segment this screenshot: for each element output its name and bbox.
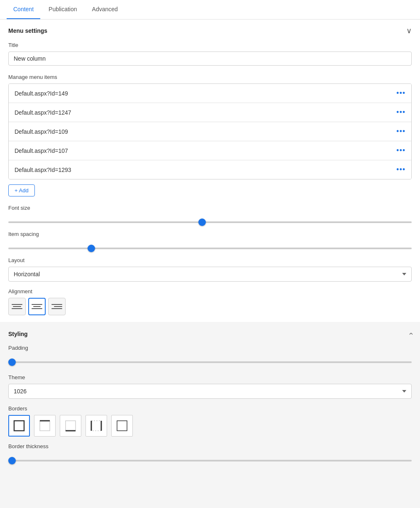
layout-select[interactable]: Horizontal Vertical: [8, 267, 412, 282]
styling-section: Styling › Padding Theme 1026 Borders: [0, 323, 420, 473]
tab-bar: Content Publication Advanced: [0, 0, 420, 20]
font-size-slider-container: [8, 214, 412, 228]
svg-rect-1: [40, 421, 50, 431]
tab-content[interactable]: Content: [7, 0, 40, 19]
alignment-label: Alignment: [8, 288, 412, 294]
padding-slider-container: [8, 354, 412, 368]
border-sides-icon: [90, 419, 103, 432]
border-thickness-slider-container: [8, 453, 412, 466]
border-top-icon: [38, 419, 51, 432]
styling-header: Styling ›: [8, 329, 412, 338]
border-bottom-icon: [64, 419, 77, 432]
font-size-slider[interactable]: [8, 221, 412, 223]
padding-slider[interactable]: [8, 361, 412, 363]
border-options-group: [8, 415, 412, 437]
border-sides-button[interactable]: [85, 415, 107, 437]
svg-rect-5: [91, 421, 101, 431]
border-all-icon: [12, 419, 26, 432]
align-center-button[interactable]: [28, 298, 46, 315]
borders-label: Borders: [8, 405, 412, 412]
menu-item-more-icon[interactable]: •••: [396, 146, 405, 155]
border-thickness-label: Border thickness: [8, 443, 412, 449]
styling-title: Styling: [8, 331, 28, 337]
theme-select[interactable]: 1026: [8, 384, 412, 399]
svg-rect-0: [14, 421, 24, 431]
item-spacing-label: Item spacing: [8, 231, 412, 237]
tab-publication[interactable]: Publication: [42, 0, 84, 19]
menu-item-row[interactable]: Default.aspx?Id=107 •••: [9, 141, 411, 160]
alignment-group: [8, 298, 412, 315]
padding-label: Padding: [8, 345, 412, 351]
tab-advanced[interactable]: Advanced: [85, 0, 125, 19]
border-all-button[interactable]: [8, 415, 30, 437]
menu-item-row[interactable]: Default.aspx?Id=109 •••: [9, 122, 411, 141]
title-label: Title: [8, 42, 412, 48]
layout-label: Layout: [8, 257, 412, 263]
border-none-button[interactable]: [111, 415, 133, 437]
styling-expand-icon[interactable]: ›: [406, 333, 415, 335]
main-content: Menu settings ∨ Title Manage menu items …: [0, 20, 420, 473]
menu-item-row[interactable]: Default.aspx?Id=1247 •••: [9, 103, 411, 122]
menu-items-list: Default.aspx?Id=149 ••• Default.aspx?Id=…: [8, 83, 412, 179]
menu-settings-title: Menu settings: [8, 27, 47, 34]
menu-settings-collapse-icon[interactable]: ∨: [406, 26, 412, 35]
menu-item-more-icon[interactable]: •••: [396, 165, 405, 174]
align-right-button[interactable]: [48, 298, 66, 315]
font-size-label: Font size: [8, 205, 412, 211]
theme-label: Theme: [8, 374, 412, 380]
item-spacing-slider[interactable]: [8, 248, 412, 249]
menu-item-more-icon[interactable]: •••: [396, 89, 405, 98]
menu-item-label: Default.aspx?Id=109: [15, 128, 68, 135]
menu-settings-section: Menu settings ∨ Title Manage menu items …: [0, 20, 420, 322]
border-none-icon: [115, 419, 129, 432]
svg-rect-3: [66, 421, 76, 431]
menu-item-label: Default.aspx?Id=107: [15, 147, 68, 154]
menu-item-row[interactable]: Default.aspx?Id=1293 •••: [9, 160, 411, 179]
menu-item-more-icon[interactable]: •••: [396, 108, 405, 117]
align-left-button[interactable]: [8, 298, 26, 315]
menu-item-label: Default.aspx?Id=1247: [15, 109, 71, 116]
border-bottom-button[interactable]: [60, 415, 81, 437]
item-spacing-slider-container: [8, 241, 412, 254]
add-menu-item-button[interactable]: + Add: [8, 184, 35, 196]
menu-item-row[interactable]: Default.aspx?Id=149 •••: [9, 84, 411, 103]
menu-settings-header: Menu settings ∨: [8, 26, 412, 35]
menu-item-label: Default.aspx?Id=1293: [15, 167, 71, 173]
menu-item-more-icon[interactable]: •••: [396, 127, 405, 136]
menu-item-label: Default.aspx?Id=149: [15, 90, 68, 97]
border-top-button[interactable]: [34, 415, 56, 437]
manage-items-label: Manage menu items: [8, 74, 412, 80]
border-thickness-slider[interactable]: [8, 460, 412, 461]
title-input[interactable]: [8, 52, 412, 66]
svg-rect-8: [117, 421, 127, 431]
